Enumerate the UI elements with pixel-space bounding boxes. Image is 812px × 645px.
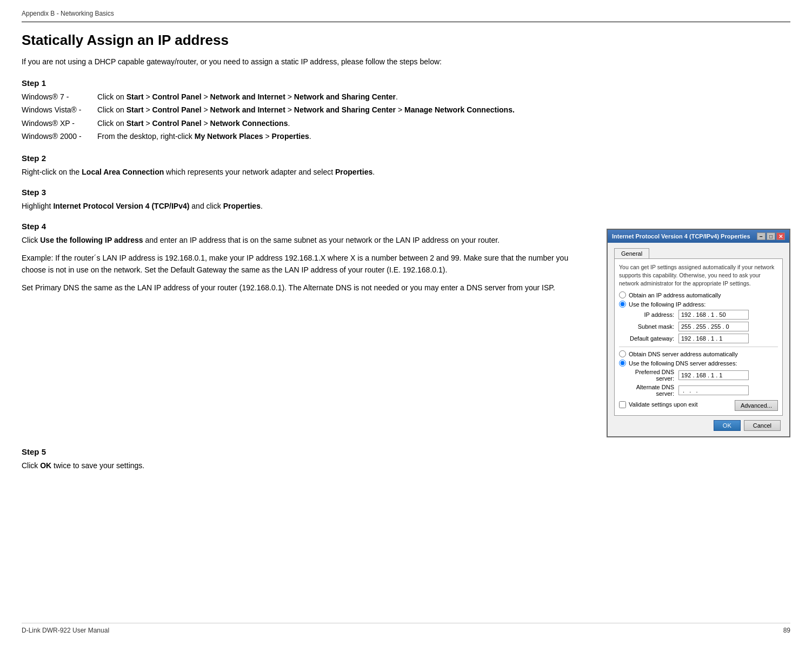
page-title: Statically Assign an IP address xyxy=(22,32,790,49)
os-label: Windows® XP - xyxy=(22,117,97,130)
use-following-ip-row: Use the following IP address: xyxy=(619,301,778,308)
step-instruction: Click on Start > Control Panel > Network… xyxy=(97,117,515,130)
default-gateway-input[interactable] xyxy=(678,334,749,343)
dialog-minimize-btn[interactable]: − xyxy=(757,232,766,240)
obtain-ip-auto-row: Obtain an IP address automatically xyxy=(619,291,778,298)
step-5-section: Step 5 Click OK twice to save your setti… xyxy=(22,447,790,471)
subnet-mask-row: Subnet mask: xyxy=(619,322,778,331)
table-row: Windows® 7 - Click on Start > Control Pa… xyxy=(22,91,515,104)
default-gateway-row: Default gateway: xyxy=(619,334,778,343)
ip-address-label: IP address: xyxy=(619,311,678,318)
step-3-content: Highlight Internet Protocol Version 4 (T… xyxy=(22,200,790,212)
obtain-ip-auto-label: Obtain an IP address automatically xyxy=(629,292,721,298)
validate-label: Validate settings upon exit xyxy=(629,401,698,408)
dialog-restore-btn[interactable]: □ xyxy=(767,232,775,240)
step-4-para-3: Set Primary DNS the same as the LAN IP a… xyxy=(22,282,590,294)
step-2-content: Right-click on the Local Area Connection… xyxy=(22,166,790,178)
validate-row: Validate settings upon exit Advanced... xyxy=(619,400,778,411)
dialog-info-text: You can get IP settings assigned automat… xyxy=(619,263,778,287)
footer-left: D-Link DWR-922 User Manual xyxy=(22,627,109,634)
footer-right: 89 xyxy=(783,627,790,634)
dialog-titlebar-buttons: − □ ✕ xyxy=(757,232,785,240)
table-row: Windows Vista® - Click on Start > Contro… xyxy=(22,104,515,117)
use-following-dns-label: Use the following DNS server addresses: xyxy=(629,360,737,367)
dialog-body: General You can get IP settings assigned… xyxy=(608,243,789,436)
use-following-dns-row: Use the following DNS server addresses: xyxy=(619,360,778,367)
step-4-section: Step 4 Click Use the following IP addres… xyxy=(22,222,790,437)
obtain-dns-auto-label: Obtain DNS server address automatically xyxy=(629,351,738,357)
preferred-dns-row: Preferred DNS server: xyxy=(619,369,778,382)
alternate-dns-label: Alternate DNS server: xyxy=(619,384,678,397)
alternate-dns-row: Alternate DNS server: xyxy=(619,384,778,397)
obtain-dns-auto-radio[interactable] xyxy=(619,350,626,357)
use-following-ip-radio[interactable] xyxy=(619,301,626,308)
ip-address-input[interactable] xyxy=(678,310,749,320)
cancel-button[interactable]: Cancel xyxy=(744,420,781,431)
step-1-heading: Step 1 xyxy=(22,78,790,88)
preferred-dns-label: Preferred DNS server: xyxy=(619,369,678,382)
page-footer: D-Link DWR-922 User Manual 89 xyxy=(22,623,790,634)
obtain-dns-auto-row: Obtain DNS server address automatically xyxy=(619,350,778,357)
step-instruction: Click on Start > Control Panel > Network… xyxy=(97,91,515,104)
step-2-heading: Step 2 xyxy=(22,154,790,163)
advanced-button[interactable]: Advanced... xyxy=(735,400,778,411)
dialog-buttons: OK Cancel xyxy=(614,420,783,431)
dialog-tab-general[interactable]: General xyxy=(614,248,649,258)
step-4-container: Click Use the following IP address and e… xyxy=(22,234,790,437)
dialog-tab-content: You can get IP settings assigned automat… xyxy=(614,258,783,416)
header-text: Appendix B - Networking Basics xyxy=(22,10,114,17)
subnet-mask-input[interactable] xyxy=(678,322,749,331)
validate-checkbox[interactable] xyxy=(619,401,626,408)
default-gateway-label: Default gateway: xyxy=(619,335,678,342)
alternate-dns-input[interactable] xyxy=(678,385,749,395)
step-4-para-1: Click Use the following IP address and e… xyxy=(22,234,590,246)
ok-button[interactable]: OK xyxy=(714,420,741,431)
step-2-section: Step 2 Right-click on the Local Area Con… xyxy=(22,154,790,178)
dialog-titlebar: Internet Protocol Version 4 (TCP/IPv4) P… xyxy=(608,230,789,243)
use-following-dns-radio[interactable] xyxy=(619,360,626,367)
ipv4-properties-dialog: Internet Protocol Version 4 (TCP/IPv4) P… xyxy=(607,229,790,437)
dialog-close-btn[interactable]: ✕ xyxy=(776,232,785,240)
step-5-heading: Step 5 xyxy=(22,447,790,456)
step-1-section: Step 1 Windows® 7 - Click on Start > Con… xyxy=(22,78,790,144)
obtain-ip-auto-radio[interactable] xyxy=(619,291,626,298)
step-5-content: Click OK twice to save your settings. xyxy=(22,460,790,471)
step-instruction: From the desktop, right-click My Network… xyxy=(97,130,515,143)
step-1-table: Windows® 7 - Click on Start > Control Pa… xyxy=(22,91,515,144)
step-3-section: Step 3 Highlight Internet Protocol Versi… xyxy=(22,188,790,212)
preferred-dns-input[interactable] xyxy=(678,370,749,380)
intro-text: If you are not using a DHCP capable gate… xyxy=(22,56,790,68)
dialog-title: Internet Protocol Version 4 (TCP/IPv4) P… xyxy=(612,233,750,240)
subnet-mask-label: Subnet mask: xyxy=(619,323,678,330)
table-row: Windows® 2000 - From the desktop, right-… xyxy=(22,130,515,143)
os-label: Windows® 7 - xyxy=(22,91,97,104)
step-4-para-2: Example: If the router´s LAN IP address … xyxy=(22,252,590,276)
use-following-ip-label: Use the following IP address: xyxy=(629,301,705,308)
page-header: Appendix B - Networking Basics xyxy=(22,10,790,22)
validate-checkbox-row: Validate settings upon exit xyxy=(619,401,698,408)
os-label: Windows® 2000 - xyxy=(22,130,97,143)
table-row: Windows® XP - Click on Start > Control P… xyxy=(22,117,515,130)
step-1-content: Windows® 7 - Click on Start > Control Pa… xyxy=(22,91,790,144)
dialog-separator-1 xyxy=(619,347,778,347)
step-3-heading: Step 3 xyxy=(22,188,790,197)
step-instruction: Click on Start > Control Panel > Network… xyxy=(97,104,515,117)
step-4-text: Click Use the following IP address and e… xyxy=(22,234,590,299)
os-label: Windows Vista® - xyxy=(22,104,97,117)
ip-address-row: IP address: xyxy=(619,310,778,320)
